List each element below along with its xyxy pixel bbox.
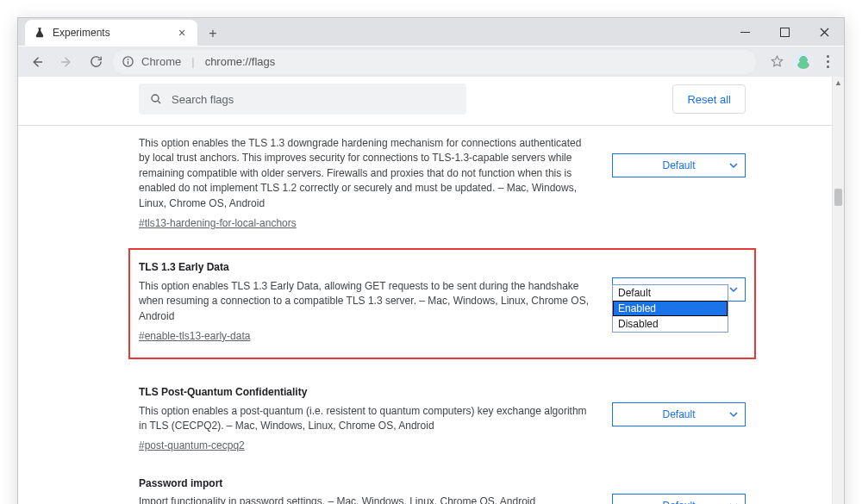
page-content: Search flags Reset all This option enabl… <box>18 77 844 504</box>
flags-header: Search flags Reset all <box>18 77 832 125</box>
omnibox[interactable]: Chrome | chrome://flags <box>113 50 756 74</box>
dropdown-option[interactable]: Default <box>613 285 728 301</box>
minimize-button[interactable] <box>725 18 765 46</box>
flask-icon <box>34 27 46 39</box>
vertical-scrollbar[interactable]: ▲ ▼ <box>832 77 844 504</box>
tab-title: Experiments <box>53 27 168 39</box>
title-bar: Experiments × + <box>18 18 844 46</box>
flag-row-highlighted: TLS 1.3 Early Data This option enables T… <box>128 248 756 359</box>
scroll-up-arrow-icon[interactable]: ▲ <box>833 77 844 89</box>
back-button[interactable] <box>25 50 49 74</box>
reset-all-button[interactable]: Reset all <box>672 84 746 114</box>
close-icon[interactable]: × <box>175 26 189 40</box>
flag-desc: This option enables TLS 1.3 Early Data, … <box>139 279 595 324</box>
flag-select[interactable]: Default <box>612 402 746 426</box>
flag-row: TLS Post-Quantum Confidentiality This op… <box>139 375 746 466</box>
svg-point-5 <box>152 95 159 102</box>
omnibox-host: Chrome <box>141 55 181 68</box>
search-placeholder: Search flags <box>172 93 234 106</box>
bookmark-star-icon[interactable] <box>765 50 789 74</box>
kebab-menu-icon[interactable] <box>818 55 837 68</box>
flag-anchor-link[interactable]: #post-quantum-cecpq2 <box>139 439 245 453</box>
profile-avatar[interactable] <box>794 53 813 72</box>
flag-row: This option enables the TLS 1.3 downgrad… <box>139 126 746 243</box>
flag-select-dropdown: Default Enabled Disabled <box>612 284 728 333</box>
flag-desc: Import functionality in password setting… <box>139 495 595 504</box>
omnibox-separator: | <box>188 55 197 68</box>
search-icon <box>149 92 163 106</box>
flag-title: TLS Post-Quantum Confidentiality <box>139 385 595 400</box>
dropdown-option[interactable]: Disabled <box>613 316 728 332</box>
window-controls <box>725 18 844 46</box>
flag-title: TLS 1.3 Early Data <box>139 260 595 275</box>
nav-toolbar: Chrome | chrome://flags <box>18 46 844 77</box>
chevron-down-icon <box>729 161 738 170</box>
flag-desc: This option enables the TLS 1.3 downgrad… <box>139 136 595 211</box>
flag-select[interactable]: Default <box>612 494 746 504</box>
flag-anchor-link[interactable]: #enable-tls13-early-data <box>139 329 250 344</box>
search-flags-input[interactable]: Search flags <box>139 84 466 115</box>
omnibox-path: chrome://flags <box>205 55 276 68</box>
svg-rect-0 <box>740 32 750 33</box>
flag-anchor-link[interactable]: #tls13-hardening-for-local-anchors <box>139 216 297 231</box>
flag-row: Password import Import functionality in … <box>139 466 746 504</box>
flag-desc: This option enables a post-quantum (i.e.… <box>139 404 595 434</box>
svg-rect-4 <box>128 61 128 65</box>
forward-button[interactable] <box>54 50 78 74</box>
reload-button[interactable] <box>84 50 108 74</box>
flags-list: This option enables the TLS 1.3 downgrad… <box>18 126 832 504</box>
site-info-icon[interactable] <box>122 55 134 68</box>
svg-rect-1 <box>780 28 789 36</box>
chevron-down-icon <box>729 285 738 294</box>
dropdown-option-selected[interactable]: Enabled <box>613 301 728 316</box>
flag-select[interactable]: Default <box>612 153 746 177</box>
chevron-down-icon <box>729 410 738 419</box>
browser-tab[interactable]: Experiments × <box>25 20 197 46</box>
scrollbar-thumb[interactable] <box>834 189 842 206</box>
browser-window: Experiments × + <box>17 17 845 504</box>
close-button[interactable] <box>804 18 844 46</box>
flag-title: Password import <box>139 476 595 491</box>
new-tab-button[interactable]: + <box>203 22 223 46</box>
maximize-button[interactable] <box>765 18 804 46</box>
svg-point-3 <box>128 59 129 60</box>
